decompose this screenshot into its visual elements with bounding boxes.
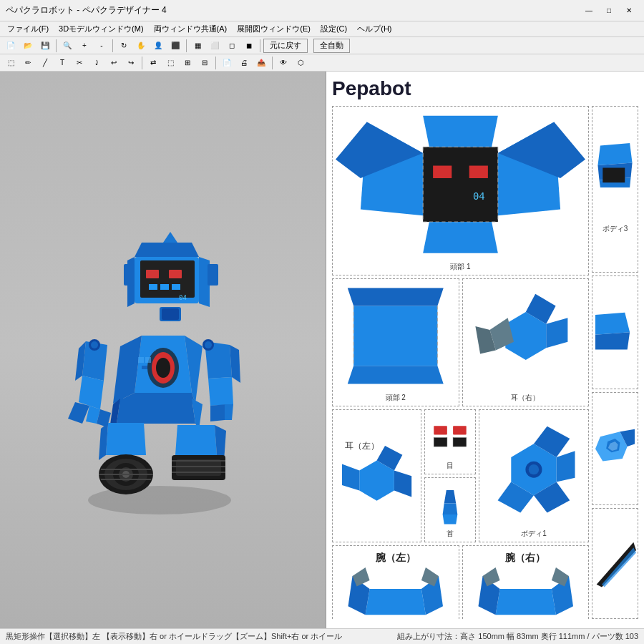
svg-marker-79 xyxy=(348,366,444,384)
tb-grid[interactable]: ▦ xyxy=(190,39,205,53)
tb-solid[interactable]: ◼ xyxy=(241,39,257,53)
robot-3d-svg: 04 xyxy=(27,150,299,550)
tb2-export[interactable]: 📤 xyxy=(253,56,269,70)
menu-3dmodel[interactable]: 3Dモデルウィンドウ(M) xyxy=(54,22,148,36)
tb2-flip[interactable]: ⇄ xyxy=(145,56,161,70)
minimize-button[interactable]: — xyxy=(580,4,598,18)
tb2-split[interactable]: ⊟ xyxy=(197,56,213,70)
tb2-view[interactable]: 👁 xyxy=(275,56,291,70)
tb2-page[interactable]: 📄 xyxy=(219,56,235,70)
svg-rect-94 xyxy=(434,438,447,447)
tb2-redo[interactable]: ↪ xyxy=(123,56,139,70)
tb-box[interactable]: ⬜ xyxy=(207,39,223,53)
svg-marker-128 xyxy=(597,542,636,587)
arm-left-svg xyxy=(336,567,456,619)
svg-marker-40 xyxy=(117,399,195,424)
svg-marker-8 xyxy=(135,243,199,257)
menu-common[interactable]: 両ウィンドウ共通(A) xyxy=(150,22,232,36)
template-body3-section: ボディ3 xyxy=(592,106,638,273)
svg-rect-74 xyxy=(433,166,452,178)
row2: 頭部 2 xyxy=(332,278,589,406)
svg-text:耳（左）: 耳（左） xyxy=(345,441,379,451)
menu-unfold[interactable]: 展開図ウィンドウ(E) xyxy=(233,22,315,36)
undo-button[interactable]: 元に戻す xyxy=(263,39,308,53)
template-head2-section: 頭部 2 xyxy=(332,278,459,406)
svg-rect-75 xyxy=(469,166,488,178)
title-bar: ペパクラロボット - ペパクラデザイナー 4 — □ ✕ xyxy=(0,0,644,21)
tb-zoom-out[interactable]: - xyxy=(94,39,109,53)
svg-marker-68 xyxy=(423,116,498,147)
neck-svg xyxy=(428,481,472,526)
menu-settings[interactable]: 設定(C) xyxy=(316,22,351,36)
tb2-join[interactable]: ⊞ xyxy=(180,56,195,70)
tb2-print[interactable]: 🖨 xyxy=(236,56,252,70)
tb2-mirror[interactable]: ⬚ xyxy=(162,56,178,70)
svg-point-32 xyxy=(91,341,98,348)
tb2-undo[interactable]: ↩ xyxy=(106,56,122,70)
tb-new[interactable]: 📄 xyxy=(3,39,19,53)
status-bar: 黒矩形操作【選択移動】左 【表示移動】右 or ホイールドラッグ【ズーム】Shi… xyxy=(0,628,644,644)
toolbar2: ⬚ ✏ ╱ T ✂ ⤸ ↩ ↪ ⇄ ⬚ ⊞ ⊟ 📄 🖨 📤 👁 ⬡ xyxy=(0,54,644,72)
tb2-line[interactable]: ╱ xyxy=(37,56,53,70)
tb-obj[interactable]: ⬛ xyxy=(167,39,183,53)
tb-save[interactable]: 💾 xyxy=(37,39,53,53)
eye-neck-col: 目 首 xyxy=(424,409,476,542)
tb-zoom-in[interactable]: + xyxy=(77,39,92,53)
svg-rect-63 xyxy=(423,147,498,222)
svg-rect-61 xyxy=(145,357,151,363)
toolbar1: 📄 📂 💾 🔍 + - ↻ ✋ 👤 ⬛ ▦ ⬜ ◻ ◼ 元に戻す 全自動 xyxy=(0,37,644,54)
tb2-3d[interactable]: ⬡ xyxy=(293,56,308,70)
svg-marker-37 xyxy=(225,404,233,420)
maximize-button[interactable]: □ xyxy=(600,4,618,18)
arm-right-partial-svg xyxy=(594,510,636,617)
tb-move[interactable]: ✋ xyxy=(133,39,149,53)
tb2-text[interactable]: T xyxy=(54,56,70,70)
body3-svg xyxy=(595,109,635,221)
svg-marker-106 xyxy=(366,590,426,615)
svg-rect-16 xyxy=(149,284,157,290)
svg-rect-56 xyxy=(176,459,221,476)
tb2-select[interactable]: ⬚ xyxy=(3,56,19,70)
svg-rect-95 xyxy=(453,438,467,447)
svg-rect-77 xyxy=(353,306,437,366)
tb2-cut[interactable]: ✂ xyxy=(72,56,87,70)
tb2-sep1 xyxy=(142,57,142,69)
menu-file[interactable]: ファイル(F) xyxy=(3,22,53,36)
neck-label: 首 xyxy=(447,529,454,539)
svg-rect-62 xyxy=(142,366,147,369)
svg-marker-96 xyxy=(444,490,457,504)
tb-person[interactable]: 👤 xyxy=(150,39,166,53)
template-title: Pepabot xyxy=(332,77,638,100)
tb2-pen[interactable]: ✏ xyxy=(20,56,36,70)
svg-marker-69 xyxy=(423,222,498,253)
template-eye-section: 目 xyxy=(424,409,476,474)
3d-viewport: 04 xyxy=(0,72,326,628)
svg-point-39 xyxy=(205,341,212,348)
template-head1-section: 04 頭部 1 xyxy=(332,106,589,275)
template-partial1-section xyxy=(592,275,638,389)
status-right: 組み上がり寸法：高さ 150mm 幅 83mm 奥行 111mm / パーツ数 … xyxy=(397,631,638,642)
3d-view-panel[interactable]: 04 xyxy=(0,72,326,628)
tb2-sep3 xyxy=(272,57,273,69)
head1-svg: 04 xyxy=(336,109,585,259)
tb2-fold[interactable]: ⤸ xyxy=(89,56,104,70)
tb-wire[interactable]: ◻ xyxy=(224,39,240,53)
svg-marker-129 xyxy=(602,548,636,587)
tb-search[interactable]: 🔍 xyxy=(59,39,75,53)
svg-marker-101 xyxy=(557,451,575,482)
template-right-col: ボディ3 xyxy=(592,106,638,619)
tb2-sep2 xyxy=(215,57,216,69)
svg-text:04: 04 xyxy=(179,294,187,301)
tb-rotate[interactable]: ↻ xyxy=(116,39,132,53)
template-ear-left-section: 耳（左） xyxy=(332,409,421,542)
close-button[interactable]: ✕ xyxy=(620,4,638,18)
body3-label: ボディ3 xyxy=(602,224,628,234)
template-arm-left-section: 腕（左） xyxy=(332,545,459,619)
menu-help[interactable]: ヘルプ(H) xyxy=(353,22,396,36)
tb-open[interactable]: 📂 xyxy=(20,39,36,53)
svg-marker-20 xyxy=(163,232,177,243)
svg-marker-112 xyxy=(495,590,555,615)
window-title: ペパクラロボット - ペパクラデザイナー 4 xyxy=(6,4,580,16)
svg-rect-15 xyxy=(140,260,195,298)
auto-button[interactable]: 全自動 xyxy=(313,39,350,53)
